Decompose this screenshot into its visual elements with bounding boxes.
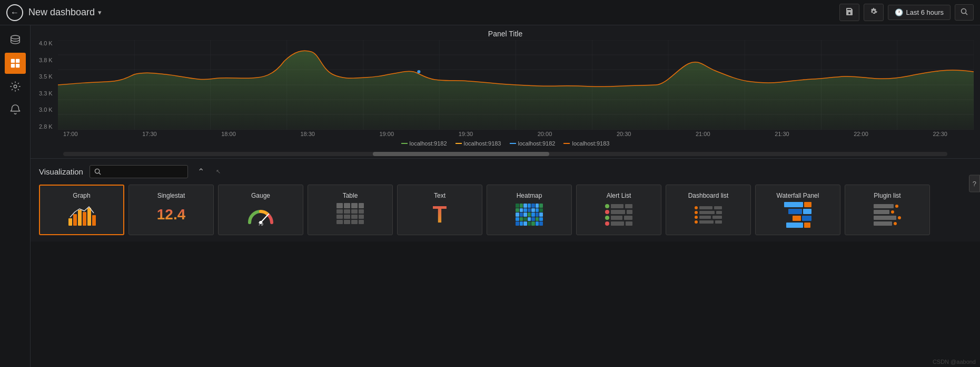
svg-rect-31 [73,214,77,226]
help-button[interactable]: ? [969,175,980,192]
top-bar-right: 🕐 Last 6 hours [839,4,974,21]
legend-item-1: localhost:9182 [401,140,447,147]
alertlist-icon [603,201,635,228]
svg-point-27 [417,70,420,73]
svg-rect-43 [336,209,343,214]
left-sidebar [0,25,31,367]
svg-rect-51 [336,220,343,224]
svg-rect-6 [15,64,19,67]
viz-search-box[interactable] [90,165,188,178]
svg-rect-32 [78,210,82,226]
table-icon [334,201,366,228]
clock-icon: 🕐 [895,8,903,16]
search-icon [94,168,101,175]
collapse-icon: ⌃ [197,167,204,176]
svg-rect-50 [359,215,364,219]
title-caret[interactable]: ▾ [98,8,102,16]
svg-rect-42 [359,203,364,208]
search-button[interactable] [955,4,974,21]
svg-rect-47 [336,215,343,219]
chart-svg [58,40,974,130]
time-range-button[interactable]: 🕐 Last 6 hours [888,5,951,20]
svg-point-28 [95,169,99,173]
svg-rect-39 [336,203,343,208]
svg-rect-53 [351,220,358,224]
main-layout: Panel Title 4.0 K 3.8 K 3.5 K 3.3 K 3.0 … [0,25,980,367]
legend-item-3: localhost:9182 [510,140,556,147]
viz-card-gauge[interactable]: Gauge 79 [218,185,303,235]
gauge-label: Gauge [251,192,270,199]
viz-card-dashlist[interactable]: Dashboard list [666,185,751,235]
viz-card-heatmap[interactable]: Heatmap [487,185,572,235]
svg-rect-54 [359,220,364,224]
y-axis: 4.0 K 3.8 K 3.5 K 3.3 K 3.0 K 2.8 K [37,40,58,130]
viz-grid: Graph [39,185,972,235]
search-icon [961,8,968,17]
sidebar-item-settings[interactable] [5,76,26,97]
time-label: Last 6 hours [906,8,944,16]
save-button[interactable] [839,4,859,21]
sidebar-item-alerts[interactable] [5,99,26,120]
svg-rect-33 [83,212,86,226]
viz-card-graph[interactable]: Graph [39,185,124,235]
viz-card-alertlist[interactable]: Alert List [576,185,661,235]
viz-title: Visualization [39,167,83,176]
viz-panel: Visualization ⌃ ↖ Graph [31,158,980,242]
settings-icon [869,7,878,17]
chart-legend: localhost:9182 localhost:9183 localhost:… [37,137,974,150]
svg-rect-49 [351,215,358,219]
collapse-button[interactable]: ⌃ [194,166,207,178]
chart-scrollbar[interactable] [63,152,947,156]
legend-item-2: localhost:9183 [456,140,501,147]
x-axis: 17:00 17:30 18:00 18:30 19:00 19:30 20:0… [37,131,974,137]
svg-rect-44 [344,209,350,214]
legend-item-4: localhost:9183 [563,140,609,147]
svg-rect-5 [11,64,14,67]
gauge-icon: 79 [245,201,276,228]
svg-rect-34 [87,208,91,226]
viz-header: Visualization ⌃ ↖ [39,165,972,178]
sidebar-item-datasources[interactable] [5,30,26,51]
pluginlist-icon [872,201,903,228]
back-icon: ← [11,8,19,17]
dashlist-icon [692,201,724,228]
alertlist-label: Alert List [607,192,631,199]
viz-card-text[interactable]: Text T [397,185,482,235]
heatmap-label: Heatmap [517,192,542,199]
viz-search-input[interactable] [104,168,183,176]
svg-point-0 [962,9,966,14]
heatmap-icon [513,201,545,228]
text-icon: T [424,201,456,228]
back-button[interactable]: ← [6,4,23,21]
watermark: CSDN @aabond [933,359,976,365]
text-label: Text [434,192,446,199]
pluginlist-label: Plugin list [874,192,900,199]
viz-card-table[interactable]: Table [308,185,393,235]
table-label: Table [343,192,358,199]
graph-label: Graph [73,192,90,199]
svg-rect-52 [344,220,350,224]
svg-rect-45 [351,209,358,214]
singlestat-icon: 12.4 [155,201,187,228]
graph-icon [66,201,97,228]
viz-card-singlestat[interactable]: Singlestat 12.4 [128,185,214,235]
settings-button[interactable] [864,4,884,21]
dashlist-label: Dashboard list [688,192,729,199]
svg-line-1 [966,13,968,15]
sidebar-item-dashboard[interactable] [5,53,26,74]
viz-card-waterfall[interactable]: Waterfall Panel [755,185,840,235]
svg-rect-3 [11,59,14,63]
svg-rect-30 [68,218,72,226]
singlestat-label: Singlestat [157,192,185,199]
scrollbar-thumb[interactable] [373,152,550,156]
svg-rect-41 [351,203,358,208]
top-bar-left: ← New dashboard ▾ [6,4,102,21]
svg-rect-46 [359,209,364,214]
save-icon [845,7,854,17]
top-bar: ← New dashboard ▾ 🕐 Last 6 hours [0,0,980,25]
svg-line-29 [99,173,101,175]
chart-area: Panel Title 4.0 K 3.8 K 3.5 K 3.3 K 3.0 … [31,25,980,158]
viz-card-pluginlist[interactable]: Plugin list [845,185,930,235]
panel-title: Panel Title [37,30,974,38]
svg-rect-4 [15,59,19,63]
